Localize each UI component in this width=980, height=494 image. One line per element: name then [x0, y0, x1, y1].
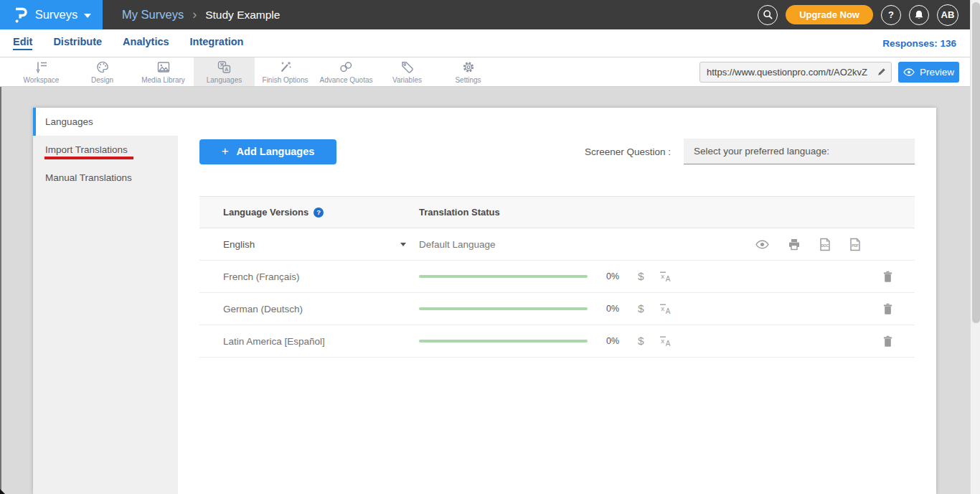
top-bar: Surveys My Surveys › Study Example Upgra…	[0, 0, 980, 29]
svg-text:x: x	[661, 304, 664, 312]
sidebar-item-import-translations[interactable]: Import Translations	[33, 136, 178, 164]
survey-url-box	[699, 62, 892, 83]
chevron-down-icon	[84, 14, 91, 18]
dollar-icon[interactable]: $	[638, 335, 644, 348]
toolbar-item-label: Design	[91, 76, 113, 84]
edit-url-button[interactable]	[872, 62, 891, 82]
column-language-versions: Language Versions	[223, 207, 308, 218]
svg-text:A: A	[225, 65, 229, 72]
sidebar-item-label: Manual Translations	[45, 172, 132, 183]
languages-main: + Add Languages Screener Question : Sele…	[178, 139, 936, 358]
sidebar-item-label: Languages	[45, 116, 93, 127]
search-button[interactable]	[758, 5, 778, 25]
design-icon	[95, 60, 110, 74]
table-row-language: French (Français) 0% $ xA	[199, 261, 915, 293]
screener-question-group: Screener Question : Select your preferre…	[585, 139, 915, 164]
trash-icon[interactable]	[882, 335, 893, 348]
column-translation-status: Translation Status	[419, 207, 500, 218]
add-languages-label: Add Languages	[237, 146, 315, 157]
responses-count[interactable]: Responses: 136	[882, 38, 956, 49]
controls-row: + Add Languages Screener Question : Sele…	[199, 139, 915, 164]
translation-progress-bar	[419, 275, 588, 278]
toolbar-item-finish-options[interactable]: Finish Options	[255, 57, 316, 86]
topbar-actions: Upgrade Now ? AB	[758, 0, 958, 29]
toolbar-item-label: Advance Quotas	[320, 76, 373, 84]
printer-icon[interactable]	[788, 238, 801, 251]
language-name: Latin America [Español]	[223, 336, 325, 347]
chevron-down-icon[interactable]	[400, 243, 406, 246]
add-languages-button[interactable]: + Add Languages	[199, 139, 336, 164]
toolbar-item-label: Variables	[392, 76, 422, 84]
trash-icon[interactable]	[882, 303, 893, 315]
doc-label: DOC	[821, 243, 829, 247]
svg-text:x: x	[661, 337, 664, 345]
translate-icon[interactable]: xA	[659, 335, 672, 347]
translate-icon[interactable]: xA	[659, 303, 672, 314]
breadcrumb-separator: ›	[192, 7, 197, 22]
language-name: French (Français)	[223, 271, 300, 282]
eye-icon	[903, 68, 915, 76]
pdf-label: PDF	[852, 243, 859, 247]
toolbar-item-settings[interactable]: Settings	[438, 57, 499, 86]
svg-text:A: A	[665, 307, 670, 314]
media-library-icon	[156, 60, 171, 74]
avatar[interactable]: AB	[937, 4, 958, 26]
survey-url-input[interactable]	[700, 67, 872, 78]
notifications-button[interactable]	[909, 5, 929, 25]
doc-icon[interactable]: DOC	[819, 238, 831, 251]
pdf-icon[interactable]: PDF	[849, 238, 861, 251]
plus-icon: +	[222, 144, 229, 159]
vertical-scrollbar[interactable]	[970, 0, 980, 494]
scrollbar-thumb[interactable]	[972, 2, 980, 323]
avatar-initials: AB	[941, 9, 955, 20]
breadcrumb: My Surveys › Study Example	[122, 0, 280, 29]
preview-label: Preview	[920, 67, 954, 78]
product-name: Surveys	[35, 8, 78, 22]
toolbar-item-label: Settings	[455, 76, 481, 84]
toolbar-item-design[interactable]: Design	[72, 57, 133, 86]
screener-question-label: Screener Question :	[585, 146, 671, 157]
trash-icon[interactable]	[882, 271, 893, 283]
help-icon: ?	[888, 9, 894, 20]
translation-progress-bar	[419, 307, 588, 310]
tab-edit[interactable]: Edit	[13, 36, 32, 50]
sidebar-item-manual-translations[interactable]: Manual Translations	[33, 164, 178, 192]
translation-percent: 0%	[606, 304, 626, 314]
questionpro-logo-icon	[11, 6, 29, 24]
tab-distribute[interactable]: Distribute	[53, 36, 102, 50]
translate-icon[interactable]: xA	[659, 271, 672, 282]
toolbar-item-label: Media Library	[141, 76, 185, 84]
toolbar-item-advance-quotas[interactable]: Advance Quotas	[316, 57, 377, 86]
window-left-edge	[0, 87, 1, 494]
toolbar-item-variables[interactable]: Variables	[377, 57, 438, 86]
variables-icon	[400, 60, 415, 74]
toolbar-item-media-library[interactable]: Media Library	[133, 57, 194, 86]
product-switcher[interactable]: Surveys	[0, 0, 103, 29]
breadcrumb-my-surveys[interactable]: My Surveys	[122, 8, 184, 22]
sidebar-item-languages[interactable]: Languages	[33, 108, 178, 136]
default-language-status: Default Language	[419, 239, 755, 250]
toolbar-item-label: Languages	[207, 76, 242, 84]
translation-progress-bar	[419, 340, 588, 342]
edit-toolbar-items: Workspace Design Media Library A Languag…	[11, 57, 499, 86]
dollar-icon[interactable]: $	[638, 302, 644, 315]
tab-analytics[interactable]: Analytics	[123, 36, 169, 50]
language-name[interactable]: English	[223, 239, 255, 250]
toolbar-item-workspace[interactable]: Workspace	[11, 57, 72, 86]
languages-sidebar: Languages Import Translations Manual Tra…	[33, 108, 178, 494]
dollar-icon[interactable]: $	[638, 270, 644, 283]
settings-icon	[461, 60, 476, 74]
languages-icon: A	[217, 60, 232, 74]
upgrade-now-button[interactable]: Upgrade Now	[786, 5, 873, 24]
table-row-language: Latin America [Español] 0% $ xA	[199, 325, 915, 358]
toolbar-item-languages[interactable]: A Languages	[194, 57, 255, 86]
help-button[interactable]: ?	[881, 5, 901, 25]
preview-button[interactable]: Preview	[898, 62, 959, 83]
screener-question-select[interactable]: Select your preferred language:	[684, 139, 915, 164]
sidebar-item-label: Import Translations	[45, 144, 128, 155]
help-badge-icon[interactable]: ?	[314, 208, 324, 218]
eye-icon[interactable]	[755, 240, 769, 249]
toolbar-right: Preview	[699, 57, 959, 86]
breadcrumb-current-survey: Study Example	[205, 9, 280, 22]
tab-integration[interactable]: Integration	[190, 36, 244, 50]
